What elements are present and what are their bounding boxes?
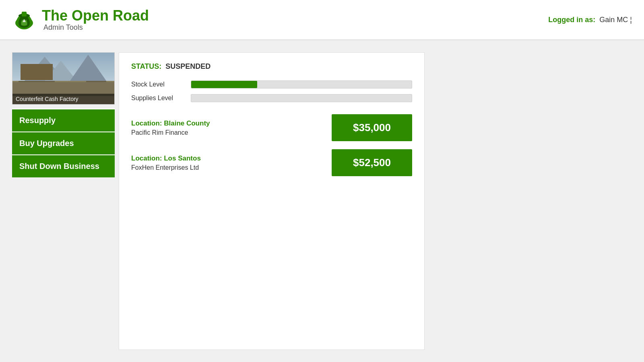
sell-location-0: Location: Blaine County bbox=[131, 119, 210, 128]
buy-upgrades-button[interactable]: Buy Upgrades bbox=[12, 132, 115, 154]
header-title-block: The Open Road Admin Tools bbox=[42, 8, 149, 32]
sell-row-0: Location: Blaine County Pacific Rim Fina… bbox=[131, 114, 412, 141]
progress-section: Stock Level Supplies Level bbox=[131, 80, 412, 102]
sell-business-1: FoxHen Enterprises Ltd bbox=[131, 164, 201, 171]
status-value: SUSPENDED bbox=[165, 62, 211, 71]
logged-in-label: Logged in as: bbox=[548, 16, 595, 24]
sell-row-1: Location: Los Santos FoxHen Enterprises … bbox=[131, 149, 412, 176]
sell-business-0: Pacific Rim Finance bbox=[131, 129, 210, 136]
main-content: Counterfeit Cash Factory Resupply Buy Up… bbox=[0, 40, 644, 362]
stock-level-label: Stock Level bbox=[131, 81, 184, 88]
sell-info-1: Location: Los Santos FoxHen Enterprises … bbox=[131, 154, 201, 171]
resupply-button[interactable]: Resupply bbox=[12, 109, 115, 132]
sell-info-0: Location: Blaine County Pacific Rim Fina… bbox=[131, 119, 210, 136]
stock-level-row: Stock Level bbox=[131, 80, 412, 88]
sidebar: Counterfeit Cash Factory Resupply Buy Up… bbox=[12, 52, 115, 350]
supplies-level-row: Supplies Level bbox=[131, 94, 412, 102]
header-user: Logged in as: Gain MC ¦ bbox=[548, 16, 632, 24]
header: The Open Road Admin Tools Logged in as: … bbox=[0, 0, 644, 40]
sell-location-1: Location: Los Santos bbox=[131, 154, 201, 162]
svg-rect-3 bbox=[22, 12, 27, 16]
supplies-level-bar-bg bbox=[191, 94, 412, 102]
stock-level-bar-fill bbox=[191, 81, 257, 88]
business-image: Counterfeit Cash Factory bbox=[12, 52, 115, 105]
user-name: Gain MC ¦ bbox=[599, 16, 632, 24]
sell-button-1[interactable]: $52,500 bbox=[332, 149, 412, 176]
header-title: The Open Road bbox=[42, 8, 149, 24]
shut-down-button[interactable]: Shut Down Business bbox=[12, 154, 115, 177]
sell-section: Location: Blaine County Pacific Rim Fina… bbox=[131, 114, 412, 176]
business-image-label: Counterfeit Cash Factory bbox=[12, 94, 114, 104]
stock-level-bar-bg bbox=[191, 80, 412, 88]
status-row: STATUS: SUSPENDED bbox=[131, 62, 412, 71]
sell-button-0[interactable]: $35,000 bbox=[332, 114, 412, 141]
header-subtitle: Admin Tools bbox=[43, 23, 149, 32]
supplies-level-label: Supplies Level bbox=[131, 95, 184, 102]
logo-icon bbox=[12, 8, 36, 32]
status-label: STATUS: bbox=[131, 62, 161, 71]
business-panel: STATUS: SUSPENDED Stock Level Supplies L… bbox=[119, 52, 425, 350]
header-left: The Open Road Admin Tools bbox=[12, 8, 149, 32]
